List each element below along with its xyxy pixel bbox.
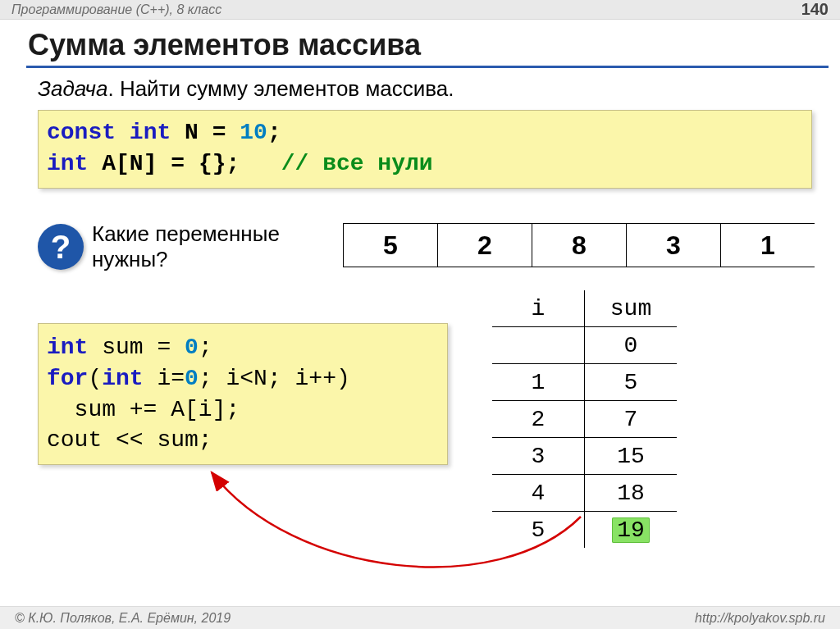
copyright: © К.Ю. Поляков, Е.А. Ерёмин, 2019 bbox=[15, 611, 231, 626]
trace-sum: 15 bbox=[585, 438, 678, 475]
question-text: Какие переменные нужны? bbox=[92, 221, 280, 272]
trace-i: 3 bbox=[492, 438, 585, 475]
array-cell: 5 bbox=[344, 224, 438, 267]
array-cell: 3 bbox=[627, 224, 721, 267]
trace-i bbox=[492, 327, 585, 364]
course-title: Программирование (C++), 8 класс bbox=[11, 2, 221, 17]
code-line: const int N = 10; bbox=[47, 117, 803, 148]
slide: Программирование (C++), 8 класс 140 Сумм… bbox=[0, 0, 840, 629]
slide-header: Программирование (C++), 8 класс 140 bbox=[0, 0, 840, 20]
table-row: i sum bbox=[492, 290, 677, 327]
source-url: http://kpolyakov.spb.ru bbox=[695, 611, 825, 626]
trace-sum: 5 bbox=[585, 364, 678, 401]
code-line: int sum = 0; bbox=[47, 332, 439, 363]
task-label: Задача bbox=[38, 76, 107, 101]
table-row: 0 bbox=[492, 327, 677, 364]
table-row: 4 18 bbox=[492, 475, 677, 512]
page-number: 140 bbox=[801, 0, 829, 19]
task-text: Задача. Найти сумму элементов массива. bbox=[38, 76, 840, 102]
code-sum-loop: int sum = 0; for(int i=0; i<N; i++) sum … bbox=[38, 323, 448, 465]
code-line: cout << sum; bbox=[47, 425, 439, 456]
code-declaration: const int N = 10; int A[N] = {}; // все … bbox=[38, 110, 812, 189]
trace-header-sum: sum bbox=[585, 290, 678, 327]
table-row: 2 7 bbox=[492, 401, 677, 438]
question-callout: ? Какие переменные нужны? bbox=[38, 221, 280, 272]
trace-sum: 18 bbox=[585, 475, 678, 512]
slide-footer: © К.Ю. Поляков, Е.А. Ерёмин, 2019 http:/… bbox=[0, 606, 840, 629]
code-line: int A[N] = {}; // все нули bbox=[47, 148, 803, 180]
trace-i: 2 bbox=[492, 401, 585, 438]
code-line: for(int i=0; i<N; i++) bbox=[47, 363, 439, 394]
question-icon: ? bbox=[38, 224, 84, 270]
trace-sum-highlight: 19 bbox=[585, 512, 678, 549]
table-row: 5 2 8 3 1 bbox=[344, 224, 815, 267]
array-cell: 8 bbox=[532, 224, 627, 267]
trace-i: 4 bbox=[492, 475, 585, 512]
task-body: . Найти сумму элементов массива. bbox=[107, 76, 454, 101]
trace-sum: 7 bbox=[585, 401, 678, 438]
trace-sum: 0 bbox=[585, 327, 678, 364]
table-row: 3 15 bbox=[492, 438, 677, 475]
array-cell: 1 bbox=[721, 224, 815, 267]
trace-header-i: i bbox=[492, 290, 585, 327]
slide-title: Сумма элементов массива bbox=[28, 28, 840, 62]
table-row: 5 19 bbox=[492, 512, 677, 549]
code-line: sum += A[i]; bbox=[47, 394, 439, 426]
table-row: 1 5 bbox=[492, 364, 677, 401]
array-values-table: 5 2 8 3 1 bbox=[343, 223, 815, 267]
trace-i: 5 bbox=[492, 512, 585, 549]
title-rule bbox=[26, 66, 829, 68]
trace-i: 1 bbox=[492, 364, 585, 401]
trace-table: i sum 0 1 5 2 7 3 15 4 18 5 19 bbox=[492, 290, 677, 548]
array-cell: 2 bbox=[438, 224, 532, 267]
